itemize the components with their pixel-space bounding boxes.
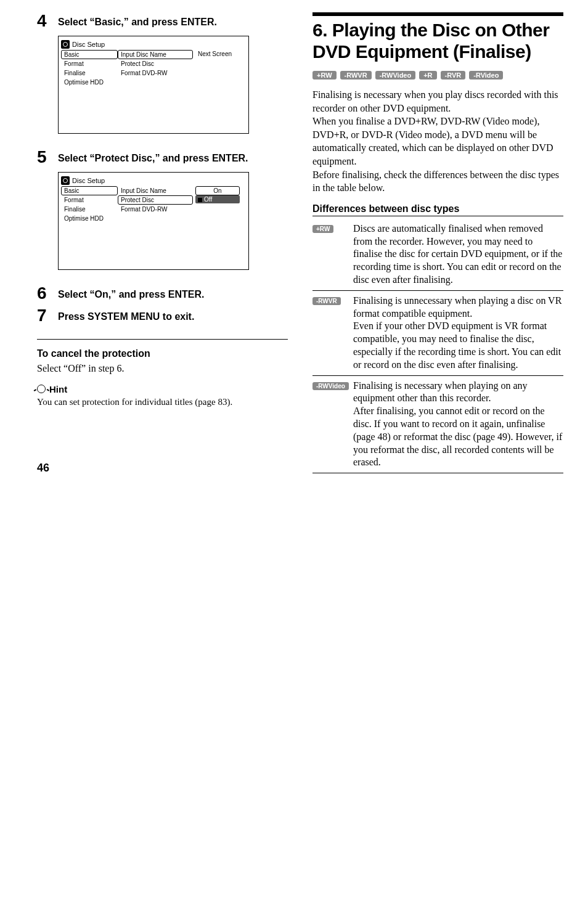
list-item: Format DVD-RW [118,68,193,78]
differences-table: +RW Discs are automatically finalised wh… [312,219,563,473]
screenshot-menu: Basic Format Finalise Optimise HDD [61,50,118,115]
hint-body: You can set protection for individual ti… [37,396,288,408]
menu-item: Basic [61,186,118,195]
step-number: 4 [37,12,58,30]
menu-item: Finalise [61,68,118,78]
table-row: +RW Discs are automatically finalised wh… [312,219,563,291]
disc-badge: -RVR [441,71,466,80]
list-item: Input Disc Name [118,50,193,59]
differences-heading: Differences between disc types [312,203,563,216]
row-badge: +RW [312,225,333,233]
table-row: -RWVR Finalising is unnecessary when pla… [312,291,563,376]
disc-badge: -RWVR [340,71,372,80]
right-item: Next Screen [195,50,240,58]
step-5: 5 Select “Protect Disc,” and press ENTER… [37,149,288,166]
screenshot-right: On Off [193,186,240,251]
hint-heading: Hint [37,384,288,394]
square-marker-icon [198,198,202,202]
disc-icon [61,40,70,49]
screenshot-right: Next Screen [193,50,240,115]
bulb-icon [37,385,46,393]
right-item: On [195,186,240,195]
intro-paragraph: Before finalising, check the differences… [312,168,563,195]
disc-setup-screenshot-1: Disc Setup Basic Format Finalise Optimis… [58,36,249,134]
step-number: 7 [37,307,58,324]
step-4: 4 Select “Basic,” and press ENTER. [37,12,288,30]
screenshot-list: Input Disc Name Protect Disc Format DVD-… [118,50,193,115]
row-badge: -RWVideo [312,382,349,390]
cancel-body: Select “Off” in step 6. [37,362,288,375]
menu-item: Basic [61,50,118,59]
step-6: 6 Select “On,” and press ENTER. [37,285,288,302]
disc-badge: +R [419,71,436,80]
step-instruction: Select “Basic,” and press ENTER. [58,12,217,29]
row-text: Finalising is necessary when playing on … [353,380,563,470]
disc-badge: -RVideo [469,71,503,80]
section-bar [312,12,563,16]
divider [37,339,288,340]
step-7: 7 Press SYSTEM MENU to exit. [37,307,288,324]
list-item: Protect Disc [118,195,193,205]
step-instruction: Select “Protect Disc,” and press ENTER. [58,149,248,165]
disc-badge: -RWVideo [375,71,416,80]
step-number: 5 [37,149,58,166]
screenshot-list: Input Disc Name Protect Disc Format DVD-… [118,186,193,251]
menu-item: Optimise HDD [61,78,118,87]
menu-item: Format [61,195,118,205]
disc-setup-screenshot-2: Disc Setup Basic Format Finalise Optimis… [58,172,249,270]
table-row: -RWVideo Finalising is necessary when pl… [312,376,563,474]
screenshot-menu: Basic Format Finalise Optimise HDD [61,186,118,251]
disc-type-badges: +RW -RWVR -RWVideo +R -RVR -RVideo [312,71,563,80]
right-item-selected: Off [195,195,240,203]
screenshot-title: Disc Setup [72,41,105,48]
step-instruction: Select “On,” and press ENTER. [58,285,204,301]
screenshot-title: Disc Setup [72,177,105,184]
row-text: Discs are automatically finalised when r… [353,222,563,287]
menu-item: Format [61,59,118,68]
section-title: 6. Playing the Disc on Other DVD Equipme… [312,20,563,62]
row-text: Finalising is unnecessary when playing a… [353,295,563,372]
menu-item: Optimise HDD [61,214,118,223]
disc-badge: +RW [312,71,337,80]
list-item: Input Disc Name [118,186,193,195]
cancel-heading: To cancel the protection [37,348,288,359]
row-badge: -RWVR [312,297,341,305]
list-item: Protect Disc [118,59,193,68]
intro-paragraph: When you finalise a DVD+RW, DVD-RW (Vide… [312,115,563,168]
intro-paragraph: Finalising is necessary when you play di… [312,88,563,115]
list-item: Format DVD-RW [118,205,193,214]
hint-label: Hint [49,384,67,394]
menu-item: Finalise [61,205,118,214]
page-number: 46 [37,462,49,475]
step-number: 6 [37,285,58,302]
disc-icon [61,176,70,185]
step-instruction: Press SYSTEM MENU to exit. [58,307,194,324]
